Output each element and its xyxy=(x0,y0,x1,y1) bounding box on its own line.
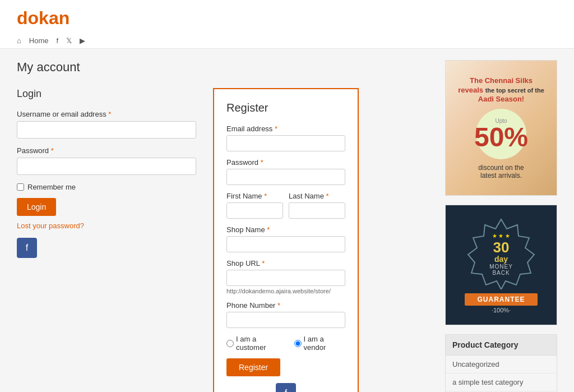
register-button[interactable]: Register xyxy=(226,358,280,376)
reg-password-label: Password * xyxy=(226,158,345,167)
customer-radio-label[interactable]: I am a customer xyxy=(226,335,285,352)
category-uncategorized[interactable]: Uncategorized xyxy=(446,356,557,373)
badge-days: 30 xyxy=(483,239,520,254)
email-input[interactable] xyxy=(226,135,345,151)
category-simple-test[interactable]: a simple test category xyxy=(446,373,557,391)
shop-url-group: Shop URL * http://dokandemo.ajaira.websi… xyxy=(226,259,345,294)
last-name-input[interactable] xyxy=(289,202,345,219)
reg-password-input[interactable] xyxy=(226,169,345,185)
nav-twitter[interactable]: 𝕏 xyxy=(66,36,72,45)
nav-home[interactable]: Home xyxy=(29,36,49,45)
login-password-input[interactable] xyxy=(17,158,196,175)
guarantee-badge: ★ ★ ★ 30 day MONEY BACK GUARANTEE ·100%· xyxy=(445,205,557,325)
customer-radio[interactable] xyxy=(226,340,234,347)
role-radio-row: I am a customer I am a vendor xyxy=(226,335,345,352)
lost-password-link[interactable]: Lost your password? xyxy=(17,222,196,230)
home-icon xyxy=(17,36,21,45)
login-button[interactable]: Login xyxy=(17,198,56,216)
remember-me-row: Remember me xyxy=(17,183,196,191)
badge-money: MONEY BACK xyxy=(483,263,520,275)
register-panel: Register Email address * Password * xyxy=(213,88,359,392)
phone-input[interactable] xyxy=(226,312,345,328)
shop-name-label: Shop Name * xyxy=(226,225,345,234)
phone-group: Phone Number * xyxy=(226,301,345,328)
ad-banner: The Chennai Silks reveals the top secret… xyxy=(445,60,557,196)
ad-subtitle: discount on the latest arrivals. xyxy=(478,164,524,179)
shop-name-group: Shop Name * xyxy=(226,225,345,252)
login-password-label: Password * xyxy=(17,146,196,155)
shop-url-label: Shop URL * xyxy=(226,259,345,268)
username-input[interactable] xyxy=(17,121,196,139)
facebook-icon: f xyxy=(26,243,28,253)
badge-stars: ★ ★ ★ xyxy=(483,232,520,238)
shop-name-input[interactable] xyxy=(226,236,345,252)
nav-facebook[interactable]: f xyxy=(57,36,59,45)
nav-youtube[interactable]: ▶ xyxy=(80,36,85,45)
badge-ribbon: GUARANTEE xyxy=(465,293,538,306)
username-label: Username or email address * xyxy=(17,110,196,118)
reg-facebook-icon: f xyxy=(285,388,287,392)
shop-url-input[interactable] xyxy=(226,270,345,286)
remember-checkbox[interactable] xyxy=(17,183,24,191)
ad-title: The Chennai Silks reveals the top secret… xyxy=(458,76,544,105)
vendor-radio-label[interactable]: I am a vendor xyxy=(294,335,346,352)
page-title: My account xyxy=(17,60,434,75)
register-facebook-button[interactable]: f xyxy=(276,383,296,392)
sidebar: The Chennai Silks reveals the top secret… xyxy=(445,60,557,392)
first-name-input[interactable] xyxy=(226,202,283,219)
login-facebook-button[interactable]: f xyxy=(17,238,37,258)
first-name-label: First Name * xyxy=(226,192,283,200)
logo-accent: d xyxy=(17,8,28,28)
vendor-radio[interactable] xyxy=(294,340,302,347)
product-category-title: Product Category xyxy=(446,335,557,356)
url-hint: http://dokandemo.ajaira.website/store/ xyxy=(226,288,345,294)
product-category-widget: Product Category Uncategorized a simple … xyxy=(445,334,557,392)
phone-label: Phone Number * xyxy=(226,301,345,310)
email-group: Email address * xyxy=(226,124,345,151)
name-row: First Name * Last Name * xyxy=(226,192,345,219)
register-title: Register xyxy=(226,102,345,114)
remember-label: Remember me xyxy=(27,183,76,191)
username-group: Username or email address * xyxy=(17,110,196,139)
reg-password-group: Password * xyxy=(226,158,345,185)
ad-percent: 50% xyxy=(474,124,528,151)
email-label: Email address * xyxy=(226,124,345,133)
badge-day-text: day xyxy=(483,254,520,263)
login-password-group: Password * xyxy=(17,146,196,175)
login-title: Login xyxy=(17,88,196,100)
site-logo: dokan xyxy=(17,8,557,29)
login-panel: Login Username or email address * Passwo… xyxy=(17,88,196,258)
last-name-label: Last Name * xyxy=(289,192,345,200)
badge-percent: ·100%· xyxy=(465,307,538,313)
